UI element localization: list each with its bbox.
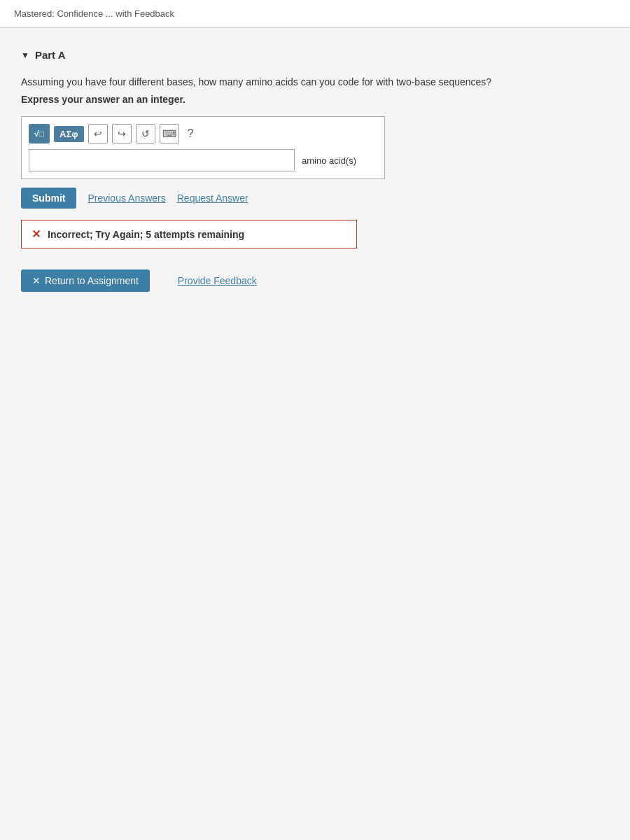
chevron-down-icon: ▼ — [21, 50, 29, 60]
symbol-label: ΑΣφ — [59, 129, 78, 139]
unit-label: amino acid(s) — [302, 155, 356, 166]
action-row: Submit Previous Answers Request Answer — [21, 188, 609, 209]
error-box: ✕ Incorrect; Try Again; 5 attempts remai… — [21, 220, 357, 248]
undo-icon: ↩ — [94, 128, 102, 139]
question-text: Assuming you have four different bases, … — [21, 75, 609, 90]
keyboard-button[interactable]: ⌨ — [160, 124, 179, 144]
provide-feedback-button[interactable]: Provide Feedback — [178, 275, 257, 286]
return-icon: ✕ — [32, 275, 41, 286]
question-subtext: Express your answer an an integer. — [21, 94, 609, 105]
sqrt-button[interactable]: √□ — [29, 124, 50, 144]
bottom-actions: ✕ Return to Assignment Provide Feedback — [21, 270, 609, 292]
redo-icon: ↪ — [118, 128, 126, 139]
main-content: ▼ Part A Assuming you have four differen… — [0, 28, 630, 840]
top-bar-text: Mastered: Confidence ... with Feedback — [14, 8, 174, 19]
symbol-button[interactable]: ΑΣφ — [54, 126, 84, 142]
part-header: ▼ Part A — [21, 49, 609, 61]
reset-icon: ↺ — [141, 128, 150, 139]
return-to-assignment-label: Return to Assignment — [45, 275, 139, 286]
answer-box: √□ ΑΣφ ↩ ↪ ↺ ⌨ ? amino acid(s) — [21, 116, 385, 179]
toolbar: √□ ΑΣφ ↩ ↪ ↺ ⌨ ? — [29, 124, 377, 144]
part-label: Part A — [35, 49, 66, 61]
error-text: Incorrect; Try Again; 5 attempts remaini… — [48, 229, 244, 240]
sqrt-icon: √□ — [34, 129, 44, 139]
return-to-assignment-button[interactable]: ✕ Return to Assignment — [21, 270, 150, 292]
reset-button[interactable]: ↺ — [136, 124, 155, 144]
submit-button[interactable]: Submit — [21, 188, 76, 209]
request-answer-button[interactable]: Request Answer — [177, 192, 248, 204]
answer-input[interactable] — [29, 149, 295, 172]
input-row: amino acid(s) — [29, 149, 377, 172]
redo-button[interactable]: ↪ — [112, 124, 132, 144]
undo-button[interactable]: ↩ — [88, 124, 108, 144]
error-icon: ✕ — [31, 227, 41, 241]
previous-answers-button[interactable]: Previous Answers — [88, 192, 165, 204]
keyboard-icon: ⌨ — [162, 128, 176, 139]
help-button[interactable]: ? — [183, 126, 198, 141]
top-bar: Mastered: Confidence ... with Feedback — [0, 0, 630, 28]
